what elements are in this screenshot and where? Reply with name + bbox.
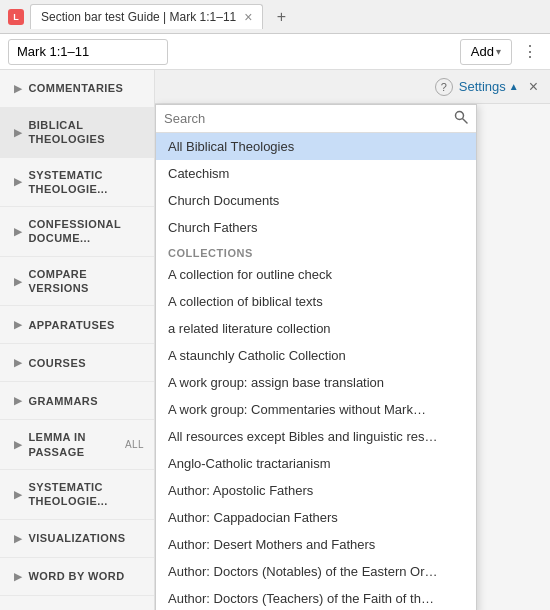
sidebar-item-confessional-documents[interactable]: ▶ CONFESSIONAL DOCUME... — [0, 207, 154, 257]
svg-line-1 — [463, 119, 467, 123]
sidebar-item-label: COURSES — [28, 356, 85, 370]
dropdown-item-collection-biblical[interactable]: A collection of biblical texts — [156, 288, 476, 315]
dropdown-item-collection-outline[interactable]: A collection for outline check — [156, 261, 476, 288]
search-button[interactable] — [454, 110, 468, 127]
chevron-right-icon: ▶ — [14, 225, 22, 238]
sidebar-item-label: GRAMMARS — [28, 394, 98, 408]
dropdown-item-collection-workgroup[interactable]: A work group: assign base translation — [156, 369, 476, 396]
chevron-right-icon: ▶ — [14, 275, 22, 288]
svg-point-0 — [456, 112, 464, 120]
sidebar-item-label: CONFESSIONAL DOCUME... — [28, 217, 144, 246]
tab-title: Section bar test Guide | Mark 1:1–11 — [41, 10, 236, 24]
dropdown-item-church-fathers[interactable]: Church Fathers — [156, 214, 476, 241]
passage-input[interactable] — [8, 39, 168, 65]
dropdown-item-catechism[interactable]: Catechism — [156, 160, 476, 187]
settings-button[interactable]: Settings ▲ — [459, 79, 519, 94]
chevron-right-icon: ▶ — [14, 126, 22, 139]
sidebar-item-courses[interactable]: ▶ COURSES — [0, 344, 154, 382]
chevron-right-icon: ▶ — [14, 438, 22, 451]
sidebar-item-systematic-theologies-2[interactable]: ▶ SYSTEMATIC THEOLOGIE... — [0, 470, 154, 520]
toolbar: Add ▾ ⋮ — [0, 34, 550, 70]
chevron-right-icon: ▶ — [14, 488, 22, 501]
title-bar: L Section bar test Guide | Mark 1:1–11 ×… — [0, 0, 550, 34]
add-tab-button[interactable]: + — [269, 5, 293, 29]
search-bar — [156, 105, 476, 133]
settings-arrow-icon: ▲ — [509, 81, 519, 92]
help-button[interactable]: ? — [435, 78, 453, 96]
dropdown-item-collection-anglican[interactable]: Anglo-Catholic tractarianism — [156, 450, 476, 477]
sidebar: ▶ COMMENTARIES ▶ BIBLICAL THEOLOGIES ▶ S… — [0, 70, 155, 610]
dropdown-item-collection-doctors2[interactable]: Author: Doctors (Teachers) of the Faith … — [156, 585, 476, 610]
dropdown-item-collection-apostolic[interactable]: Author: Apostolic Fathers — [156, 477, 476, 504]
title-tab[interactable]: Section bar test Guide | Mark 1:1–11 × — [30, 4, 263, 29]
sidebar-item-label: LEMMA IN PASSAGE — [28, 430, 116, 459]
dropdown-item-collection-literature[interactable]: a related literature collection — [156, 315, 476, 342]
dropdown-item-collection-catholic[interactable]: A staunchly Catholic Collection — [156, 342, 476, 369]
add-arrow-icon: ▾ — [496, 46, 501, 57]
sidebar-item-compare-versions[interactable]: ▶ COMPARE VERSIONS — [0, 257, 154, 307]
dropdown-list: All Biblical Theologies Catechism Church… — [156, 133, 476, 610]
sidebar-item-commentaries[interactable]: ▶ COMMENTARIES — [0, 70, 154, 108]
chevron-right-icon: ▶ — [14, 318, 22, 331]
chevron-right-icon: ▶ — [14, 356, 22, 369]
sidebar-item-systematic-theologies[interactable]: ▶ SYSTEMATIC THEOLOGIE... — [0, 158, 154, 208]
all-tag: All — [125, 438, 144, 451]
sidebar-item-label: BIBLICAL THEOLOGIES — [28, 118, 144, 147]
sidebar-item-grammars[interactable]: ▶ GRAMMARS — [0, 382, 154, 420]
sidebar-item-apparatuses[interactable]: ▶ APPARATUSES — [0, 306, 154, 344]
sidebar-item-lemma-in-passage[interactable]: ▶ LEMMA IN PASSAGE All — [0, 420, 154, 470]
sidebar-item-label: SYSTEMATIC THEOLOGIE... — [28, 480, 144, 509]
add-label: Add — [471, 44, 494, 59]
dropdown-item-church-documents[interactable]: Church Documents — [156, 187, 476, 214]
sidebar-item-label: SYSTEMATIC THEOLOGIE... — [28, 168, 144, 197]
main-area: ▶ COMMENTARIES ▶ BIBLICAL THEOLOGIES ▶ S… — [0, 70, 550, 610]
sidebar-item-label: WORD BY WORD — [28, 569, 124, 583]
chevron-right-icon: ▶ — [14, 570, 22, 583]
sidebar-item-label: APPARATUSES — [28, 318, 114, 332]
close-button[interactable]: × — [525, 78, 542, 96]
sidebar-item-visualizations[interactable]: ▶ VISUALIZATIONS — [0, 520, 154, 558]
more-button[interactable]: ⋮ — [518, 40, 542, 63]
settings-bar: ? Settings ▲ × — [155, 70, 550, 104]
search-input[interactable] — [164, 111, 448, 126]
sidebar-item-word-by-word[interactable]: ▶ WORD BY WORD — [0, 558, 154, 596]
dropdown-item-collection-resources[interactable]: All resources except Bibles and linguist… — [156, 423, 476, 450]
chevron-right-icon: ▶ — [14, 82, 22, 95]
dropdown-item-all-biblical[interactable]: All Biblical Theologies — [156, 133, 476, 160]
dropdown-item-collection-cappadocian[interactable]: Author: Cappadocian Fathers — [156, 504, 476, 531]
sidebar-item-label: COMMENTARIES — [28, 81, 123, 95]
settings-label: Settings — [459, 79, 506, 94]
sidebar-item-label: VISUALIZATIONS — [28, 531, 125, 545]
dropdown-item-collection-doctors[interactable]: Author: Doctors (Notables) of the Easter… — [156, 558, 476, 585]
chevron-right-icon: ▶ — [14, 532, 22, 545]
tab-close-icon[interactable]: × — [244, 9, 252, 25]
chevron-right-icon: ▶ — [14, 394, 22, 407]
content-pane: ? Settings ▲ × All Bi — [155, 70, 550, 610]
add-button[interactable]: Add ▾ — [460, 39, 512, 65]
dropdown-item-collection-desert[interactable]: Author: Desert Mothers and Fathers — [156, 531, 476, 558]
sidebar-item-label: COMPARE VERSIONS — [28, 267, 144, 296]
collections-header: COLLECTIONS — [156, 241, 476, 261]
dropdown-item-collection-commentaries[interactable]: A work group: Commentaries without Mark… — [156, 396, 476, 423]
dropdown: All Biblical Theologies Catechism Church… — [155, 104, 477, 610]
sidebar-item-biblical-theologies[interactable]: ▶ BIBLICAL THEOLOGIES — [0, 108, 154, 158]
app-icon: L — [8, 9, 24, 25]
chevron-right-icon: ▶ — [14, 175, 22, 188]
